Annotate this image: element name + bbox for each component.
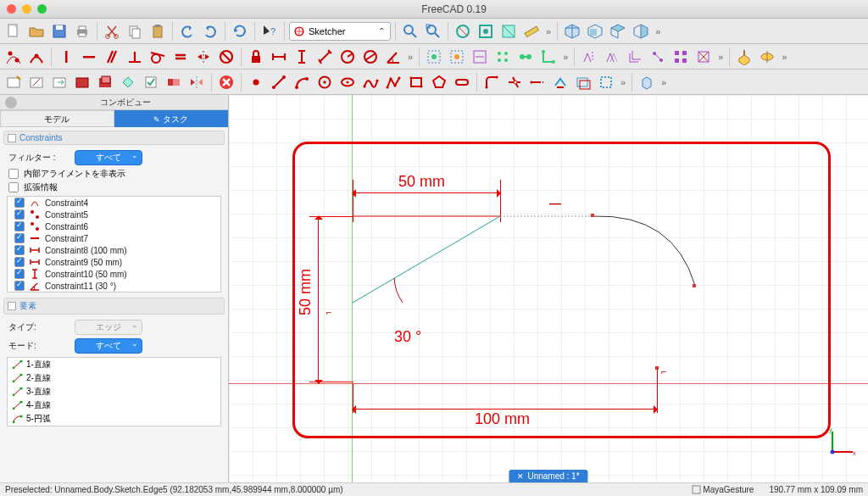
type-select[interactable]: エッジ [75,320,142,335]
overflow-2[interactable]: » [654,26,662,36]
constrain-lock-icon[interactable] [246,47,266,67]
constrain-parallel-icon[interactable] [102,47,122,67]
pad-icon[interactable] [734,47,754,67]
open-icon[interactable] [26,21,47,42]
section-icon[interactable] [498,21,519,42]
redo-icon[interactable] [200,21,220,42]
iso-view-icon[interactable] [562,21,582,42]
constrain-equal-icon[interactable] [170,47,191,67]
document-tab[interactable]: ✕ Unnamed : 1* [509,470,587,482]
whatsthis-icon[interactable]: ? [259,21,280,42]
bspline-icon[interactable] [360,72,381,92]
hide-alignment-checkbox[interactable] [8,169,19,179]
combo-close-icon[interactable] [5,97,17,109]
map-sketch-icon[interactable] [95,72,115,92]
dim-angle[interactable]: 30 ° [394,328,421,346]
constrain-symmetric-icon[interactable] [193,47,214,67]
right-view-icon[interactable] [631,21,651,42]
extend-icon[interactable] [527,72,548,92]
close-doc-icon[interactable]: ✕ [517,472,524,481]
constraint-item[interactable]: Constraint8 (100 mm) [8,244,220,256]
constraint-item[interactable]: Constraint4 [8,197,220,209]
3d-view[interactable]: 50 mm 50 mm 100 mm ⌐ — [229,95,868,482]
tab-model[interactable]: モデル [0,110,114,127]
overflow-4[interactable]: » [561,52,570,62]
measure-icon[interactable] [521,21,542,42]
delete-constraints-icon[interactable] [693,47,714,67]
revolve-icon[interactable] [757,47,777,67]
constrain-vdist-icon[interactable] [292,47,312,67]
polygon-icon[interactable] [429,72,449,92]
carbon-icon[interactable] [573,72,593,92]
fillet-icon[interactable] [481,72,502,92]
move-icon[interactable] [648,47,668,67]
zoom-window[interactable] [37,4,47,14]
top-view-icon[interactable] [608,21,628,42]
constraint-item[interactable]: Constraint6 [8,220,220,232]
minimize-window[interactable] [22,4,31,14]
undo-icon[interactable] [177,21,198,42]
constraint-item[interactable]: Constraint7 [8,232,220,244]
mirror-icon[interactable] [186,72,207,92]
copy2-icon[interactable] [625,47,645,67]
leave-sketch-icon[interactable] [49,72,70,92]
constraint-item[interactable]: Constraint5 [8,209,220,220]
element-item[interactable]: 1-直線 [8,358,220,371]
constraints-section-header[interactable]: Constraints [3,131,225,145]
overflow-5[interactable]: » [716,52,725,62]
select-conflicting-icon[interactable] [424,47,444,67]
constrain-point-on-icon[interactable] [26,47,47,67]
line-icon[interactable] [269,72,289,92]
body-icon[interactable] [637,72,657,92]
constrain-horizontal-icon[interactable] [79,47,99,67]
clone-icon[interactable] [602,47,622,67]
symmetry-icon[interactable] [579,47,599,67]
elements-section-header[interactable]: 要素 [3,298,225,315]
element-item[interactable]: 3-直線 [8,385,220,398]
overflow-3[interactable]: » [406,52,415,62]
new-sketch-icon[interactable] [3,72,24,92]
constrain-vertical-icon[interactable] [56,47,76,67]
show-hv-icon[interactable] [538,47,559,67]
filter-select[interactable]: すべて [75,150,142,165]
constrain-coincident-icon[interactable] [3,47,24,67]
workbench-selector[interactable]: Sketcher ⌃ [289,22,391,41]
drawstyle-icon[interactable] [453,21,473,42]
extended-info-checkbox[interactable] [8,182,19,192]
overflow-1[interactable]: » [544,26,553,36]
constrain-tangent-icon[interactable] [147,47,168,67]
edit-sketch-icon[interactable] [26,72,47,92]
arc-icon[interactable] [292,72,312,92]
element-item[interactable]: 5-円弧 [8,412,220,426]
refresh-icon[interactable] [230,21,250,42]
view-sketch-icon[interactable] [72,72,92,92]
rectangle-icon[interactable] [406,72,426,92]
mode-select[interactable]: すべて [75,338,142,354]
new-doc-icon[interactable] [3,21,24,42]
constraint-item[interactable]: Constraint11 (30 °) [8,280,220,292]
constrain-block-icon[interactable] [216,47,236,67]
close-window[interactable] [7,4,16,14]
bbox-icon[interactable] [476,21,496,42]
array-icon[interactable] [670,47,691,67]
show-linked-icon[interactable] [515,47,536,67]
constrain-perpendicular-icon[interactable] [125,47,145,67]
constrain-angle-icon[interactable] [383,47,403,67]
element-item[interactable]: 4-直線 [8,398,220,412]
reorient-icon[interactable] [118,72,138,92]
overflow-8[interactable]: » [659,77,668,87]
print-icon[interactable] [72,21,92,42]
overflow-7[interactable]: » [619,77,627,87]
constraint-item[interactable]: Constraint9 (50 mm) [8,256,220,268]
constrain-hdist-icon[interactable] [269,47,289,67]
construction-icon[interactable] [596,72,616,92]
copy-icon[interactable] [125,21,145,42]
element-item[interactable]: 2-直線 [8,371,220,385]
show-all-icon[interactable] [492,47,513,67]
circle-icon[interactable] [314,72,335,92]
stop-icon[interactable] [216,72,236,92]
paste-icon[interactable] [147,21,168,42]
polyline-icon[interactable] [383,72,403,92]
slot-icon[interactable] [452,72,472,92]
show-constraints-icon[interactable] [470,47,490,67]
